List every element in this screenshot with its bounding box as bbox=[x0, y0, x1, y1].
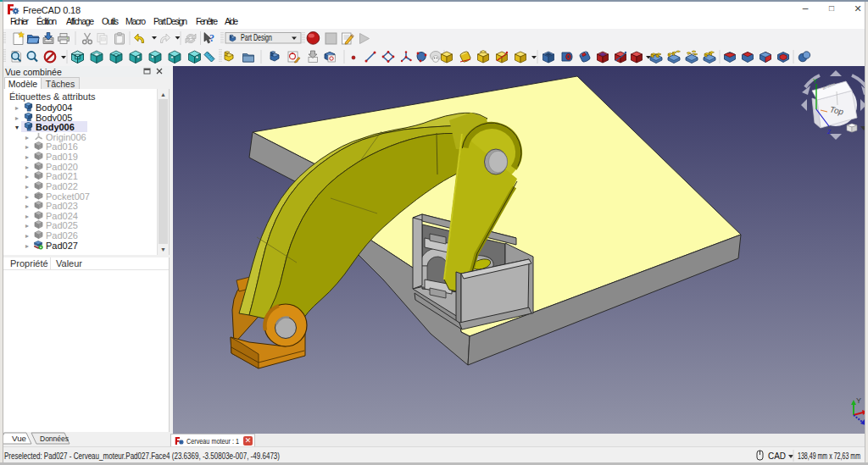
svg-text:Part Design: Part Design bbox=[153, 16, 187, 26]
svg-text:Édition: Édition bbox=[36, 16, 57, 26]
svg-text:Données: Données bbox=[40, 435, 69, 443]
svg-text:?: ? bbox=[209, 32, 214, 44]
svg-text:Outils: Outils bbox=[102, 16, 119, 26]
svg-text:Affichage: Affichage bbox=[66, 16, 94, 26]
svg-text:Y: Y bbox=[856, 396, 861, 405]
svg-text:Macro: Macro bbox=[125, 16, 146, 26]
svg-text:Aide: Aide bbox=[225, 16, 238, 26]
svg-text:Part Design: Part Design bbox=[241, 32, 272, 42]
svg-text:CAD: CAD bbox=[768, 451, 786, 461]
svg-text:138,49 mm x 72,63 mm: 138,49 mm x 72,63 mm bbox=[798, 451, 860, 461]
svg-text:Fichier: Fichier bbox=[10, 16, 30, 26]
svg-text:Z: Z bbox=[827, 128, 832, 136]
svg-text:Cerveau moteur : 1: Cerveau moteur : 1 bbox=[186, 436, 239, 446]
svg-text:Vue: Vue bbox=[12, 435, 26, 443]
svg-text:Fenêtre: Fenêtre bbox=[196, 16, 218, 26]
svg-text:Y: Y bbox=[813, 77, 817, 85]
svg-text:Preselected: Pad027 - Cerveau_: Preselected: Pad027 - Cerveau_moteur.Pad… bbox=[4, 451, 280, 461]
